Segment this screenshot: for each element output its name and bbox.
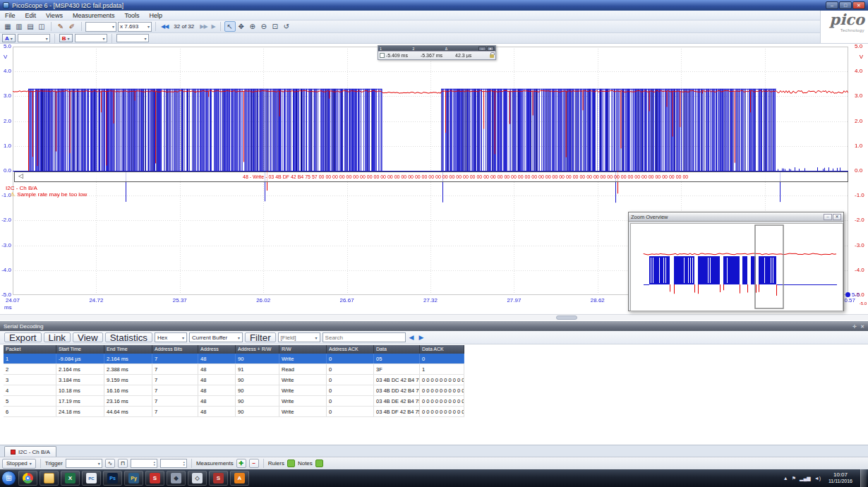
notes-pen-icon[interactable]: ✎: [55, 21, 66, 32]
tray-expand-icon[interactable]: ▲: [783, 476, 788, 481]
excel-icon[interactable]: X: [61, 471, 80, 486]
table-row[interactable]: 6 24.18 ms 44.64 ms 7 48 90 Write 0 03 4…: [4, 407, 464, 417]
channel-b-range-select[interactable]: ▾: [75, 34, 107, 42]
clock[interactable]: 10:07 11/11/2016: [824, 471, 857, 485]
horizontal-scrollbar[interactable]: [0, 314, 868, 320]
format-select[interactable]: Hex ▾: [155, 332, 187, 342]
overview-close-button[interactable]: ✕: [833, 214, 841, 220]
serial-toolbar-button[interactable]: View: [73, 332, 103, 342]
serial-toolbar-button[interactable]: Statistics: [105, 332, 152, 342]
photoshop-icon[interactable]: Ps: [103, 471, 122, 486]
channel-b-button[interactable]: B ▾: [59, 34, 73, 42]
i2c-decode-strip[interactable]: 48 - Write - 03 4B DF 42 B4 75 57 00 00 …: [14, 172, 848, 182]
undo-zoom-tool-icon[interactable]: ↺: [281, 21, 292, 32]
table-row[interactable]: 4 10.18 ms 16.16 ms 7 48 90 Write 0 03 4…: [4, 385, 464, 396]
network-icon[interactable]: ▂▄▆: [800, 476, 811, 481]
column-header[interactable]: Address Bits: [152, 345, 198, 354]
crimson-s-app-icon[interactable]: S: [209, 471, 228, 486]
chrome-icon[interactable]: [18, 471, 37, 486]
column-header[interactable]: End Time: [104, 345, 152, 354]
zoom-in-tool-icon[interactable]: ⊕: [247, 21, 258, 32]
notes-icon[interactable]: [315, 459, 323, 467]
table-row[interactable]: 2 2.164 ms 2.388 ms 7 48 91 Read 0 3F 1: [4, 364, 464, 375]
scope-view-icon[interactable]: ▦: [2, 21, 13, 32]
axis-offset-badge[interactable]: 5.0: [845, 291, 860, 298]
time-rulers-legend[interactable]: 1 2 Δ – ✕ -5.409 ms -5.367 ms 42.3 µs: [378, 45, 496, 60]
menu-item[interactable]: Measurements: [68, 11, 120, 20]
channel-a-button[interactable]: A ▾: [2, 34, 16, 42]
orange-a-app-icon[interactable]: A: [230, 471, 249, 486]
add-measurement-button[interactable]: ✚: [236, 459, 246, 468]
trigger-mode-select[interactable]: ▾: [66, 459, 102, 468]
column-header[interactable]: Data: [374, 345, 420, 354]
show-desktop-button[interactable]: [860, 469, 867, 487]
pointer-tool-icon[interactable]: ↖: [224, 21, 236, 32]
serial-toolbar-button[interactable]: Export: [4, 332, 42, 342]
minimize-button[interactable]: –: [826, 1, 838, 9]
column-header[interactable]: Address + R/W: [236, 345, 279, 354]
table-row[interactable]: 3 3.184 ms 9.159 ms 7 48 90 Write 0 03 4…: [4, 375, 464, 385]
scrollbar-thumb[interactable]: [556, 315, 577, 320]
channel-a-range-select[interactable]: ▾: [18, 34, 50, 42]
overview-minimize-button[interactable]: –: [824, 214, 832, 220]
zoom-out-tool-icon[interactable]: ⊖: [258, 21, 270, 32]
pretrigger-stepper[interactable]: ▴▾: [160, 459, 187, 468]
maximize-button[interactable]: □: [839, 1, 852, 9]
ruler-checkbox[interactable]: [380, 53, 385, 58]
search-input[interactable]: [323, 332, 406, 342]
buffer-select[interactable]: Current Buffer ▾: [189, 332, 243, 342]
pin-icon[interactable]: ✛: [852, 324, 857, 330]
trigger-level-stepper[interactable]: ▴▾: [131, 459, 157, 468]
timebase-select[interactable]: ▾: [85, 22, 116, 32]
pc-app-icon[interactable]: PC: [82, 471, 101, 486]
search-prev-button[interactable]: ◀: [408, 334, 416, 341]
trigger-source-icon[interactable]: ∿: [105, 459, 115, 468]
search-next-button[interactable]: ▶: [418, 334, 426, 341]
close-button[interactable]: ✕: [852, 1, 865, 9]
volume-icon[interactable]: ◄): [814, 476, 821, 481]
xy-view-icon[interactable]: ◫: [36, 21, 47, 32]
column-header[interactable]: Address: [198, 345, 236, 354]
table-row[interactable]: 1 -9.084 µs 2.164 ms 7 48 90 Write 0 05 …: [4, 354, 464, 364]
explorer-icon[interactable]: [40, 471, 59, 486]
white-cube-app-icon[interactable]: ◇: [188, 471, 207, 486]
tab-i2c-chba[interactable]: I2C - Ch B/A: [4, 446, 56, 457]
spectrum-view-icon[interactable]: ▥: [13, 21, 25, 32]
zoom-overview-titlebar[interactable]: Zoom Overview – ✕: [629, 212, 843, 222]
menu-item[interactable]: Views: [41, 11, 68, 20]
column-header[interactable]: Packet: [4, 345, 56, 354]
column-header[interactable]: R/W: [279, 345, 327, 354]
red-s-app-icon[interactable]: S: [145, 471, 164, 486]
menu-item[interactable]: Edit: [20, 11, 42, 20]
rulers-icon[interactable]: [287, 459, 295, 467]
legend-minimize-button[interactable]: –: [478, 47, 486, 51]
python-icon[interactable]: Py: [124, 471, 143, 486]
panel-close-icon[interactable]: ✕: [860, 324, 864, 330]
zoom-overview-window[interactable]: Zoom Overview – ✕: [628, 212, 844, 311]
column-header[interactable]: Data ACK: [420, 345, 464, 354]
persistence-view-icon[interactable]: ▤: [25, 21, 36, 32]
menu-item[interactable]: Tools: [119, 11, 144, 20]
serial-toolbar-button[interactable]: Link: [44, 332, 71, 342]
legend-close-button[interactable]: ✕: [487, 47, 494, 51]
next-buffer-button[interactable]: ▶▶: [198, 23, 208, 30]
stopped-button[interactable]: Stopped ▾: [2, 459, 36, 469]
marquee-zoom-tool-icon[interactable]: ⊡: [270, 21, 281, 32]
pan-tool-icon[interactable]: ✥: [236, 21, 247, 32]
action-center-icon[interactable]: ⚑: [792, 476, 796, 481]
start-button[interactable]: ⊞: [1, 471, 16, 486]
column-header[interactable]: Start Time: [56, 345, 104, 354]
lock-icon[interactable]: [490, 54, 494, 58]
column-header[interactable]: Address ACK: [327, 345, 374, 354]
gray-cube-app-icon[interactable]: ◆: [167, 471, 186, 486]
play-buffers-button[interactable]: ▶: [210, 23, 217, 30]
first-buffer-button[interactable]: ◀◀: [159, 23, 169, 30]
field-select[interactable]: [Field] ▾: [278, 332, 320, 342]
extra-channel-select[interactable]: ▾: [116, 34, 149, 42]
filter-button[interactable]: Filter: [245, 332, 276, 342]
table-row[interactable]: 5 17.19 ms 23.16 ms 7 48 90 Write 0 03 4…: [4, 396, 464, 407]
zoom-overview-canvas[interactable]: [630, 223, 843, 311]
highlight-pen-icon[interactable]: ✐: [66, 21, 78, 32]
menu-item[interactable]: File: [0, 11, 20, 20]
decode-channel-label[interactable]: I2C - Ch B/A: [6, 185, 37, 191]
